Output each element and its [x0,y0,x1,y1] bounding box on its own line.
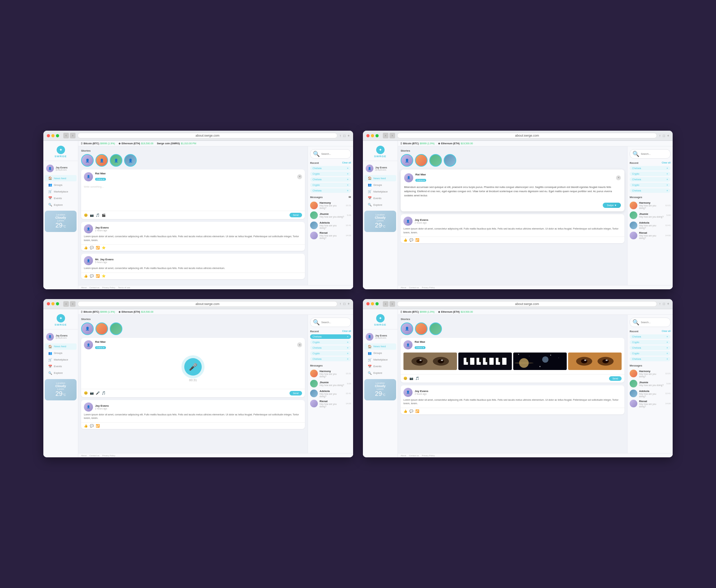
forward-btn-1[interactable]: › [70,133,76,138]
video-btn-1[interactable]: 🎬 [102,213,106,217]
bookmark-icon-2[interactable]: □ [663,134,665,138]
back-btn-4[interactable]: ‹ [383,301,388,307]
comment-4-1[interactable]: 💬 [409,409,413,413]
nav-news-feed-4[interactable]: 🏠 News feed [364,343,396,350]
nav-groups-4[interactable]: 👥 Groups [364,350,396,356]
nav-marketplace-4[interactable]: 🛒 Marketplace [364,357,396,363]
image-thumb-4-4[interactable] [568,353,622,370]
tag-3-crypto-1[interactable]: Crypto× [310,340,351,344]
footer-link-2-2[interactable]: Contact us [409,286,419,289]
tag-2-crypto-2[interactable]: Crypto× [630,183,671,187]
emoji-btn-1[interactable]: 😊 [84,213,88,217]
share-icon[interactable]: ↑ [339,134,341,138]
bookmark-icon-4[interactable]: □ [663,302,665,306]
like-btn-2[interactable]: 👍 [84,274,88,278]
tag-crypto-2[interactable]: Crypto × [310,183,351,187]
tag-x-1[interactable]: × [347,167,349,170]
tag-x-2-1[interactable]: × [666,167,668,170]
forward-btn-4[interactable]: › [389,301,395,307]
tag-chelsea-3[interactable]: Chelsea × [310,188,351,193]
search-box-3[interactable]: 🔍 [310,318,351,327]
share-3-1[interactable]: 🔁 [96,424,100,428]
url-bar-3[interactable]: about:swrge.com [78,301,337,307]
tag-2-chelsea-2[interactable]: Chelsea× [630,177,671,182]
clear-all-1[interactable]: Clear all [342,161,351,165]
tag-x-3-3[interactable]: × [347,346,349,349]
tag-x-2-4[interactable]: × [666,183,668,187]
nav-groups-1[interactable]: 👥 Groups [45,182,77,188]
share-2-1[interactable]: 🔁 [415,238,419,242]
footer-link-3-3[interactable]: Privacy Policy [102,455,115,457]
tag-x-4[interactable]: × [347,183,349,187]
footer-link-2-1[interactable]: About [401,286,406,289]
music-btn-4[interactable]: 🎵 [415,377,419,380]
comment-btn-2[interactable]: 💬 [90,274,94,278]
photo-btn-4[interactable]: 📷 [409,377,413,380]
back-btn-2[interactable]: ‹ [383,133,388,138]
close-composer-1[interactable]: ✕ [297,174,302,179]
share-icon-2[interactable]: ↑ [659,134,661,138]
tag-chelsea-2[interactable]: Chelsea × [310,177,351,182]
story-3-3[interactable] [110,322,122,335]
more-icon[interactable]: + [348,134,350,138]
footer-link-4-3[interactable]: Privacy Policy [422,455,435,457]
nav-news-feed-2[interactable]: 🏠 News feed [364,175,396,181]
tag-4-chelsea-1[interactable]: Chelsea× [630,334,671,339]
nav-explore-2[interactable]: 🔍 Explore [364,202,396,208]
photo-btn-1[interactable]: 📷 [90,213,94,217]
footer-link-4[interactable]: Terms of use [118,286,130,289]
close-btn-2[interactable] [366,134,370,137]
footer-link-4-1[interactable]: About [401,455,406,457]
nav-events-1[interactable]: 📅 Events [45,195,77,201]
share-4-1[interactable]: 🔁 [415,409,419,413]
bookmark-icon-3[interactable]: □ [343,302,345,306]
back-btn-3[interactable]: ‹ [63,301,69,307]
story-2-4[interactable] [444,154,456,167]
story-3-1[interactable]: 👤 [81,322,94,335]
tag-x-5[interactable]: × [347,189,349,192]
search-input-4[interactable] [641,321,672,324]
tag-x-4-3[interactable]: × [666,346,668,349]
footer-link-3-2[interactable]: Contact us [90,455,100,457]
footer-link-3-1[interactable]: About [81,455,87,457]
story-2-2[interactable] [415,154,428,167]
nav-marketplace-3[interactable]: 🛒 Marketplace [45,357,77,363]
maximize-btn-3[interactable] [56,302,59,305]
footer-link-2-3[interactable]: Privacy Policy [422,286,435,289]
tag-4-chelsea-3[interactable]: Chelsea× [630,357,671,361]
search-box-1[interactable]: 🔍 [310,149,351,159]
close-btn-3[interactable] [47,302,50,305]
image-thumb-2-4[interactable] [458,353,512,370]
tag-chelsea-1[interactable]: Chelsea × [310,166,351,170]
msg-2-harmony[interactable]: Harmony Hey how are you doing? 12:21 [630,200,671,210]
nav-explore-4[interactable]: 🔍 Explore [364,370,396,376]
star-btn-1[interactable]: ⭐ [102,246,106,249]
more-icon-3[interactable]: + [348,302,350,306]
story-4-3[interactable] [429,322,442,335]
send-btn-3[interactable]: Send [289,391,302,395]
footer-link-3[interactable]: Privacy Policy [102,286,115,289]
search-box-4[interactable]: 🔍 [630,318,671,327]
share-icon-3[interactable]: ↑ [339,302,341,306]
msg-2-adekola[interactable]: Adekola Hey how are you doing? 12:41 [630,220,671,230]
search-input-1[interactable] [321,153,352,155]
search-box-2[interactable]: 🔍 [630,149,671,159]
more-icon-4[interactable]: + [667,302,669,306]
comment-2-1[interactable]: 💬 [409,238,413,242]
tag-x-3[interactable]: × [347,178,349,181]
tag-x-4-4[interactable]: × [666,352,668,355]
tag-x-3-1[interactable]: × [347,335,349,338]
minimize-btn-2[interactable] [371,134,374,137]
close-btn-4[interactable] [366,302,370,305]
comment-3-1[interactable]: 💬 [90,424,94,428]
tag-4-crypto-1[interactable]: Crypto× [630,340,671,344]
like-btn-1[interactable]: 👍 [84,246,88,249]
nav-explore-1[interactable]: 🔍 Explore [45,202,77,208]
tag-3-crypto-2[interactable]: Crypto× [310,351,351,356]
share-btn-1[interactable]: 🔁 [96,246,100,249]
msg-harmony-1[interactable]: Harmony Hey how are you doing? 12:21 [310,200,351,210]
footer-link-4-2[interactable]: Contact us [409,455,419,457]
tag-2-chelsea-3[interactable]: Chelsea× [630,188,671,193]
search-input-3[interactable] [321,321,352,324]
footer-link-2[interactable]: Contact us [90,286,100,289]
